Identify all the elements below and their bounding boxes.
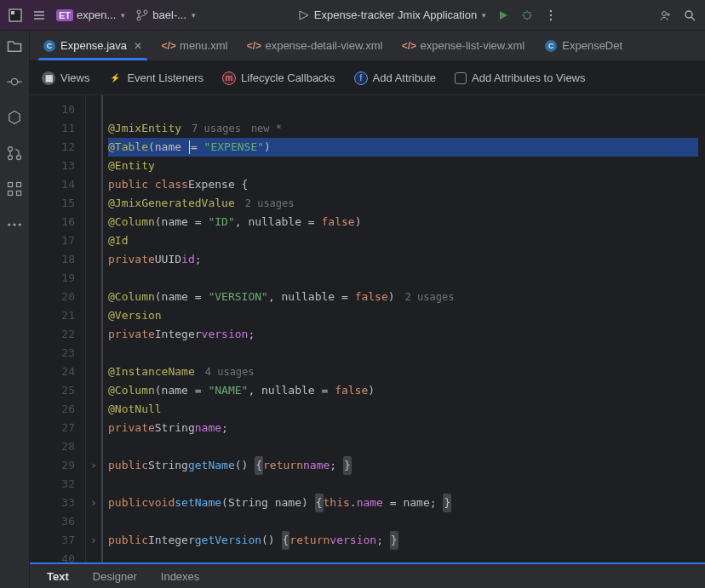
close-tab-icon[interactable]: ✕ — [134, 40, 142, 52]
tab-label: expense-detail-view.xml — [265, 39, 382, 52]
views-action[interactable]: ▦ Views — [42, 71, 89, 85]
lifecycle-icon: m — [222, 71, 236, 85]
gutter-line-numbers: 1011121314151617181920212223242526272829… — [30, 95, 86, 562]
svg-point-12 — [9, 147, 13, 151]
run-config-icon — [297, 9, 311, 22]
editor-bottom-tabs: TextDesignerIndexes — [30, 562, 705, 588]
code-editor[interactable]: 1011121314151617181920212223242526272829… — [30, 95, 705, 562]
titlebar: ET expen... bael-... Expense-tracker Jmi… — [0, 0, 705, 31]
hamburger-icon[interactable] — [32, 9, 46, 22]
svg-rect-16 — [17, 183, 21, 187]
editor-mode-tab[interactable]: Text — [47, 570, 69, 583]
tab-label: ExpenseDet — [562, 39, 622, 52]
svg-rect-17 — [9, 191, 13, 196]
branch-icon — [135, 9, 149, 22]
branch-selector[interactable]: bael-... — [135, 9, 196, 22]
xml-file-icon: </> — [163, 40, 175, 52]
add-views-icon — [455, 72, 467, 84]
add-attr-icon: f — [354, 71, 368, 85]
run-config-name: Expense-tracker Jmix Application — [314, 9, 477, 21]
event-listeners-action[interactable]: ⚡ Event Listeners — [108, 71, 203, 85]
svg-point-5 — [524, 12, 530, 19]
add-attr-label: Add Attribute — [373, 71, 436, 84]
run-button[interactable] — [496, 9, 510, 22]
xml-file-icon: </> — [248, 40, 260, 52]
search-everywhere-icon[interactable] — [683, 9, 696, 22]
branch-name: bael-... — [152, 9, 186, 21]
svg-point-3 — [137, 17, 140, 20]
add-to-views-action[interactable]: Add Attributes to Views — [455, 71, 585, 84]
editor-area: CExpense.java✕</>menu.xml</>expense-deta… — [30, 31, 705, 588]
views-icon: ▦ — [42, 71, 55, 85]
project-badge: ET — [56, 9, 73, 21]
lightning-icon: ⚡ — [108, 71, 122, 85]
editor-mode-tab[interactable]: Indexes — [161, 570, 200, 583]
svg-point-10 — [685, 11, 692, 18]
lifecycle-action[interactable]: m Lifecycle Callbacks — [222, 71, 335, 85]
project-name: expen... — [77, 9, 116, 21]
project-selector[interactable]: ET expen... — [56, 9, 125, 21]
code-content[interactable]: @JmixEntity7 usagesnew *@Table(name = "E… — [101, 95, 705, 562]
project-tool-icon[interactable] — [6, 37, 23, 54]
svg-point-9 — [662, 11, 667, 15]
tool-window-bar — [0, 31, 30, 588]
structure-tool-icon[interactable] — [6, 180, 23, 197]
editor-tab[interactable]: </>menu.xml — [152, 31, 238, 60]
editor-tab[interactable]: </>expense-list-view.xml — [393, 31, 535, 60]
more-tool-icon[interactable] — [6, 216, 23, 233]
jmix-actions-toolbar: ▦ Views ⚡ Event Listeners m Lifecycle Ca… — [30, 61, 705, 95]
add-attribute-action[interactable]: f Add Attribute — [354, 71, 436, 85]
svg-point-7 — [550, 14, 552, 15]
tab-label: expense-list-view.xml — [420, 39, 524, 52]
svg-point-14 — [17, 156, 21, 160]
editor-tab[interactable]: </>expense-detail-view.xml — [238, 31, 393, 60]
svg-point-21 — [19, 223, 21, 225]
svg-point-11 — [11, 78, 18, 85]
svg-point-13 — [9, 156, 13, 160]
svg-point-6 — [550, 9, 552, 11]
jmix-tool-icon[interactable] — [6, 109, 23, 126]
code-with-me-icon[interactable] — [659, 9, 673, 22]
java-class-icon: C — [43, 40, 55, 52]
svg-point-8 — [550, 18, 552, 20]
editor-tab[interactable]: CExpenseDet — [535, 31, 633, 60]
editor-tab[interactable]: CExpense.java✕ — [33, 31, 152, 60]
editor-mode-tab[interactable]: Designer — [93, 570, 137, 583]
views-label: Views — [60, 71, 89, 84]
editor-tabs: CExpense.java✕</>menu.xml</>expense-deta… — [30, 31, 705, 61]
svg-point-20 — [13, 223, 15, 225]
svg-rect-1 — [11, 11, 14, 14]
svg-point-2 — [137, 10, 140, 14]
commit-tool-icon[interactable] — [6, 73, 23, 90]
xml-file-icon: </> — [403, 40, 415, 52]
app-logo — [9, 9, 22, 22]
listeners-label: Event Listeners — [127, 71, 203, 84]
add-views-label: Add Attributes to Views — [472, 71, 585, 84]
tab-label: menu.xml — [180, 39, 227, 52]
svg-point-19 — [8, 223, 10, 225]
pull-requests-icon[interactable] — [6, 145, 23, 162]
svg-point-4 — [144, 10, 147, 14]
more-actions-icon[interactable] — [544, 9, 558, 22]
svg-rect-18 — [17, 191, 21, 196]
run-config-selector[interactable]: Expense-tracker Jmix Application — [297, 9, 486, 22]
debug-button[interactable] — [520, 9, 534, 22]
gutter-fold-column[interactable]: ››› — [86, 95, 101, 562]
tab-label: Expense.java — [60, 39, 127, 52]
svg-rect-15 — [9, 183, 13, 187]
java-class-icon: C — [545, 40, 557, 52]
lifecycle-label: Lifecycle Callbacks — [241, 71, 335, 84]
